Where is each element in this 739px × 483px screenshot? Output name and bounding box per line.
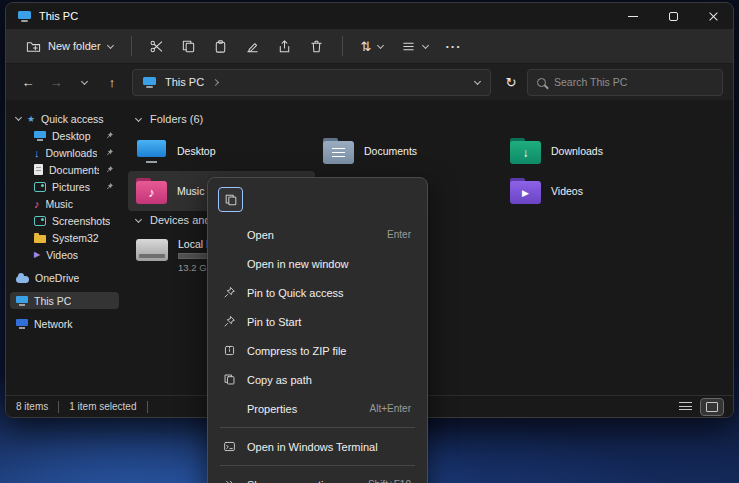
sidebar-item-pictures[interactable]: Pictures bbox=[10, 178, 119, 195]
more-icon: ··· bbox=[445, 39, 461, 54]
maximize-button[interactable] bbox=[653, 3, 693, 29]
new-folder-icon bbox=[26, 39, 41, 54]
cloud-icon bbox=[16, 276, 29, 283]
sidebar-item-desktop[interactable]: Desktop bbox=[10, 127, 119, 144]
new-folder-button[interactable]: New folder bbox=[18, 34, 121, 59]
sidebar-item-onedrive[interactable]: OneDrive bbox=[10, 269, 119, 286]
sort-button[interactable]: ⇅ bbox=[353, 35, 392, 58]
forward-icon: → bbox=[50, 75, 63, 90]
sidebar-item-network[interactable]: Network bbox=[10, 315, 119, 332]
folder-tile-desktop[interactable]: Desktop bbox=[128, 131, 315, 171]
chevron-down-icon bbox=[107, 41, 114, 48]
this-pc-icon bbox=[16, 296, 28, 306]
delete-button[interactable] bbox=[302, 33, 332, 59]
menu-icon-slot bbox=[222, 401, 237, 416]
sidebar-item-screenshots[interactable]: Screenshots bbox=[10, 212, 119, 229]
window-controls bbox=[613, 3, 733, 29]
menu-item-open-in-new-window[interactable]: Open in new window bbox=[214, 249, 421, 278]
back-icon: ← bbox=[22, 75, 35, 90]
copy-icon bbox=[224, 193, 238, 207]
folder-tile-documents[interactable]: Documents bbox=[315, 131, 502, 171]
share-button[interactable] bbox=[270, 33, 300, 59]
picture-icon bbox=[34, 216, 46, 226]
sidebar-item-documents[interactable]: Documents bbox=[10, 161, 119, 178]
search-box[interactable] bbox=[527, 69, 723, 96]
video-icon: ▶ bbox=[34, 250, 40, 259]
toolbar-separator bbox=[131, 36, 132, 56]
sidebar-item-videos[interactable]: ▶ Videos bbox=[10, 246, 119, 263]
navigation-pane: ★ Quick access Desktop ↓ Downloads Docum… bbox=[6, 100, 122, 395]
close-button[interactable] bbox=[693, 3, 733, 29]
menu-item-open-in-windows-terminal[interactable]: Open in Windows Terminal bbox=[214, 432, 421, 461]
search-input[interactable] bbox=[554, 76, 713, 88]
menu-separator bbox=[220, 465, 415, 466]
recent-locations-button[interactable] bbox=[72, 69, 96, 95]
details-view-button[interactable] bbox=[674, 399, 697, 415]
title-bar[interactable]: This PC bbox=[6, 3, 733, 29]
hard-drive-icon bbox=[136, 239, 168, 261]
zip-icon bbox=[222, 343, 237, 358]
music-icon: ♪ bbox=[34, 198, 40, 210]
copy-button[interactable] bbox=[174, 33, 204, 59]
large-icons-view-icon bbox=[706, 402, 718, 412]
see-more-button[interactable]: ··· bbox=[438, 33, 468, 59]
view-toggles bbox=[674, 399, 723, 415]
address-dropdown-icon[interactable] bbox=[474, 77, 481, 84]
terminal-icon bbox=[222, 439, 237, 454]
close-icon bbox=[708, 11, 719, 22]
chevron-down-icon bbox=[80, 77, 87, 84]
paste-button[interactable] bbox=[206, 33, 236, 59]
sidebar-item-this-pc[interactable]: This PC bbox=[10, 292, 119, 309]
copy-icon bbox=[181, 39, 196, 54]
status-divider bbox=[147, 401, 148, 413]
cut-button[interactable] bbox=[142, 33, 172, 59]
folder-tile-downloads[interactable]: ↓ Downloads bbox=[502, 131, 689, 171]
command-bar: New folder ⇅ bbox=[6, 29, 733, 64]
refresh-button[interactable]: ↻ bbox=[499, 69, 523, 95]
sidebar-label: Quick access bbox=[41, 113, 103, 125]
sidebar-section-quick-access[interactable]: ★ Quick access bbox=[10, 110, 119, 127]
context-menu: Open Enter Open in new window Pin to Qui… bbox=[207, 177, 428, 483]
menu-item-compress-to-zip[interactable]: Compress to ZIP file bbox=[214, 336, 421, 365]
item-count: 8 items bbox=[16, 401, 48, 412]
breadcrumb[interactable]: This PC bbox=[132, 69, 491, 96]
sidebar-item-system32[interactable]: System32 bbox=[10, 229, 119, 246]
picture-icon bbox=[34, 182, 46, 192]
status-divider bbox=[58, 401, 59, 413]
minimize-button[interactable] bbox=[613, 3, 653, 29]
menu-item-pin-to-quick-access[interactable]: Pin to Quick access bbox=[214, 278, 421, 307]
context-menu-icon-row bbox=[214, 184, 421, 220]
chevron-down-icon bbox=[422, 41, 429, 48]
refresh-icon: ↻ bbox=[506, 75, 517, 90]
menu-icon-slot bbox=[222, 256, 237, 271]
view-button[interactable] bbox=[393, 34, 436, 59]
folder-tile-videos[interactable]: ▶ Videos bbox=[502, 171, 689, 211]
menu-shortcut: Alt+Enter bbox=[370, 403, 411, 414]
chevron-right-icon[interactable] bbox=[212, 78, 219, 85]
back-button[interactable]: ← bbox=[16, 69, 40, 95]
forward-button[interactable]: → bbox=[44, 69, 68, 95]
large-icons-view-button[interactable] bbox=[701, 399, 723, 415]
menu-item-pin-to-start[interactable]: Pin to Start bbox=[214, 307, 421, 336]
desktop-icon bbox=[34, 131, 46, 141]
pin-icon bbox=[105, 165, 114, 174]
quick-access-icon: ★ bbox=[27, 114, 35, 124]
sidebar-item-music[interactable]: ♪ Music bbox=[10, 195, 119, 212]
menu-item-properties[interactable]: Properties Alt+Enter bbox=[214, 394, 421, 423]
folders-section-header[interactable]: Folders (6) bbox=[136, 110, 729, 128]
desktop-wallpaper: This PC New folder bbox=[0, 0, 739, 483]
rename-icon bbox=[245, 39, 260, 54]
pin-icon bbox=[105, 182, 114, 191]
search-icon bbox=[537, 78, 546, 87]
menu-item-open[interactable]: Open Enter bbox=[214, 220, 421, 249]
breadcrumb-location[interactable]: This PC bbox=[165, 76, 204, 88]
menu-item-show-more-options[interactable]: Show more options Shift+F10 bbox=[214, 470, 421, 483]
rename-button[interactable] bbox=[238, 33, 268, 59]
context-copy-button[interactable] bbox=[218, 187, 243, 212]
network-icon bbox=[16, 319, 28, 329]
maximize-icon bbox=[669, 12, 678, 21]
sidebar-item-downloads[interactable]: ↓ Downloads bbox=[10, 144, 119, 161]
menu-item-copy-as-path[interactable]: Copy as path bbox=[214, 365, 421, 394]
downloads-folder-icon: ↓ bbox=[510, 138, 541, 164]
up-button[interactable]: ↑ bbox=[100, 69, 124, 95]
